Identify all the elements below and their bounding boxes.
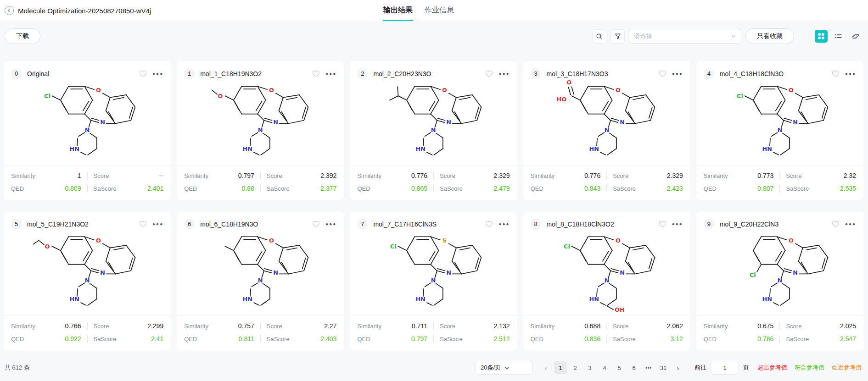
more-menu-icon[interactable]: ●●●: [672, 71, 683, 76]
more-menu-icon[interactable]: ●●●: [152, 221, 163, 226]
sascore-value: 2.547: [840, 335, 856, 342]
filter-select[interactable]: 请选择: [629, 29, 741, 44]
svg-text:O: O: [96, 237, 101, 244]
more-pages-icon[interactable]: •••: [642, 361, 655, 374]
favorite-heart-icon[interactable]: [139, 221, 147, 228]
similarity-value: 0.776: [411, 172, 427, 179]
svg-text:HN: HN: [589, 145, 599, 152]
list-view-toggle[interactable]: [832, 30, 845, 43]
more-menu-icon[interactable]: ●●●: [325, 221, 336, 226]
card-index-badge: 3: [531, 68, 541, 79]
goto-suffix: 页: [743, 364, 749, 372]
svg-text:N: N: [85, 277, 90, 284]
similarity-value: 0.773: [757, 172, 773, 179]
legend-item-0: 超出参考值: [757, 364, 787, 372]
favorites-only-button[interactable]: 只看收藏: [745, 28, 794, 44]
score-label: Score: [440, 172, 455, 179]
page-number-4[interactable]: 4: [598, 361, 611, 374]
more-menu-icon[interactable]: ●●●: [672, 221, 683, 226]
favorite-heart-icon[interactable]: [312, 221, 320, 228]
qed-value: 0.786: [757, 335, 773, 342]
pagination: ‹123456•••31›: [539, 361, 684, 374]
tab-bar: 输出结果 作业信息: [383, 0, 454, 21]
favorite-heart-icon[interactable]: [485, 70, 493, 77]
sascore-value: 2.401: [147, 185, 163, 192]
tab-output-results[interactable]: 输出结果: [383, 0, 413, 21]
favorite-heart-icon[interactable]: [832, 70, 840, 77]
score-label: Score: [94, 323, 109, 330]
qed-label: QED: [11, 185, 24, 192]
page-number-5[interactable]: 5: [613, 361, 626, 374]
similarity-value: 1: [78, 172, 81, 179]
sascore-value: 2.512: [494, 335, 510, 342]
page-number-3[interactable]: 3: [583, 361, 596, 374]
qed-label: QED: [531, 336, 543, 342]
more-menu-icon[interactable]: ●●●: [325, 71, 336, 76]
3d-view-toggle[interactable]: [849, 30, 862, 43]
card-stats: Similarity0.766Score2.299QED0.922SaScore…: [4, 315, 171, 350]
score-label: Score: [267, 172, 282, 179]
chevron-down-icon: [504, 365, 528, 370]
svg-text:N: N: [793, 269, 798, 276]
molecule-drawing: ONNHNCl: [722, 79, 837, 165]
qed-value: 0.809: [65, 185, 81, 192]
sascore-label: SaScore: [613, 336, 636, 342]
card-stats: Similarity0.776Score2.329QED0.843SaScore…: [523, 165, 690, 200]
more-menu-icon[interactable]: ●●●: [498, 221, 510, 226]
molecule-card: 4mol_4_C18H18ClN3O●●●ONNHNClSimilarity0.…: [696, 61, 863, 200]
page-number-31[interactable]: 31: [657, 361, 670, 374]
page-number-2[interactable]: 2: [569, 361, 582, 374]
filter-button[interactable]: [610, 29, 625, 44]
card-index-badge: 1: [184, 68, 195, 79]
grid-view-icon: [818, 33, 824, 39]
similarity-label: Similarity: [11, 323, 35, 330]
molecule-card: 8mol_8_C18H18ClN3O2●●●ONNHNClOHSimilarit…: [523, 212, 690, 350]
more-menu-icon[interactable]: ●●●: [152, 71, 163, 76]
page-number-1[interactable]: 1: [554, 361, 567, 374]
grid-view-toggle[interactable]: [815, 30, 828, 43]
molecule-name: mol_5_C19H21N3O2: [27, 221, 134, 228]
molecule-name: mol_6_C18H19N3O: [200, 221, 307, 228]
reference-legend: 超出参考值符合参考值临近参考值: [757, 364, 862, 372]
svg-text:O: O: [218, 93, 223, 99]
qed-label: QED: [11, 336, 24, 342]
favorite-heart-icon[interactable]: [312, 70, 320, 77]
score-label: Score: [440, 323, 455, 330]
score-value: 2.132: [494, 322, 510, 330]
qed-value: 0.865: [411, 185, 427, 192]
search-button[interactable]: [592, 29, 606, 44]
svg-text:N: N: [258, 127, 263, 133]
favorite-heart-icon[interactable]: [659, 70, 666, 77]
svg-text:HN: HN: [762, 296, 772, 303]
favorite-heart-icon[interactable]: [485, 221, 493, 228]
molecule-image: ONNHNCl: [696, 79, 863, 165]
qed-label: QED: [184, 336, 197, 342]
download-button[interactable]: 下载: [5, 28, 40, 44]
svg-text:N: N: [778, 277, 783, 284]
favorite-heart-icon[interactable]: [139, 70, 147, 77]
prev-page-button[interactable]: ‹: [539, 361, 552, 374]
next-page-button[interactable]: ›: [672, 361, 684, 374]
svg-text:O: O: [566, 79, 571, 86]
molecule-drawing: ONNHNCl: [30, 79, 145, 165]
goto-page-input[interactable]: [711, 361, 739, 375]
sascore-label: SaScore: [786, 336, 809, 342]
favorite-heart-icon[interactable]: [832, 221, 840, 228]
more-menu-icon[interactable]: ●●●: [498, 71, 510, 76]
more-menu-icon[interactable]: ●●●: [845, 221, 856, 226]
molecule-drawing: SNNHNCl: [376, 229, 491, 315]
favorite-heart-icon[interactable]: [659, 221, 666, 228]
card-index-badge: 0: [11, 68, 22, 79]
more-menu-icon[interactable]: ●●●: [845, 71, 856, 76]
similarity-label: Similarity: [357, 172, 381, 179]
svg-text:HN: HN: [416, 145, 426, 152]
qed-value: 0.836: [584, 335, 600, 342]
page-size-select[interactable]: 20条/页: [476, 361, 533, 375]
svg-text:N: N: [100, 119, 105, 126]
tab-job-info[interactable]: 作业信息: [424, 0, 454, 21]
back-icon[interactable]: [5, 6, 14, 15]
page-number-6[interactable]: 6: [627, 361, 640, 374]
similarity-value: 0.766: [65, 322, 81, 330]
card-stats: Similarity0.675Score2.025QED0.786SaScore…: [696, 315, 863, 350]
sascore-label: SaScore: [267, 336, 290, 342]
